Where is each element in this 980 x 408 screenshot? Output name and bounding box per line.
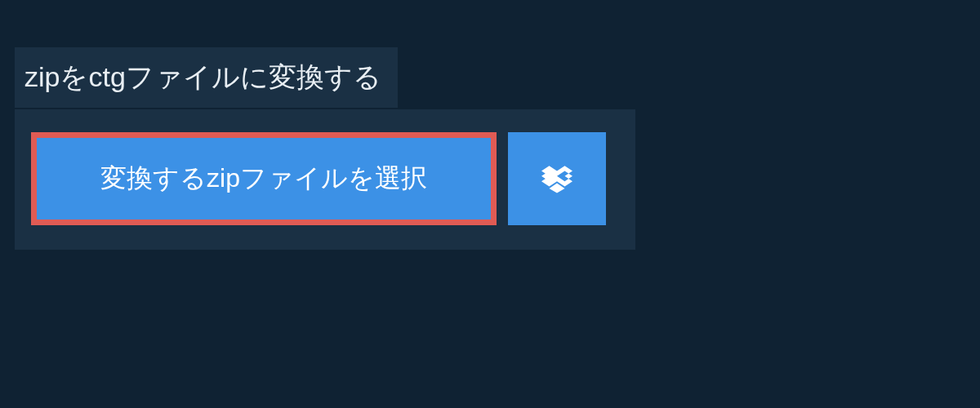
page-title: zipをctgファイルに変換する: [15, 47, 398, 108]
button-row: 変換するzipファイルを選択: [31, 132, 619, 225]
main-container: zipをctgファイルに変換する 変換するzipファイルを選択: [0, 0, 980, 250]
dropbox-button[interactable]: [508, 132, 606, 225]
dropbox-icon: [541, 163, 572, 194]
select-file-button[interactable]: 変換するzipファイルを選択: [31, 132, 497, 225]
page-title-text: zipをctgファイルに変換する: [24, 61, 381, 92]
upload-panel: 変換するzipファイルを選択: [15, 109, 635, 250]
select-file-button-label: 変換するzipファイルを選択: [100, 161, 427, 197]
